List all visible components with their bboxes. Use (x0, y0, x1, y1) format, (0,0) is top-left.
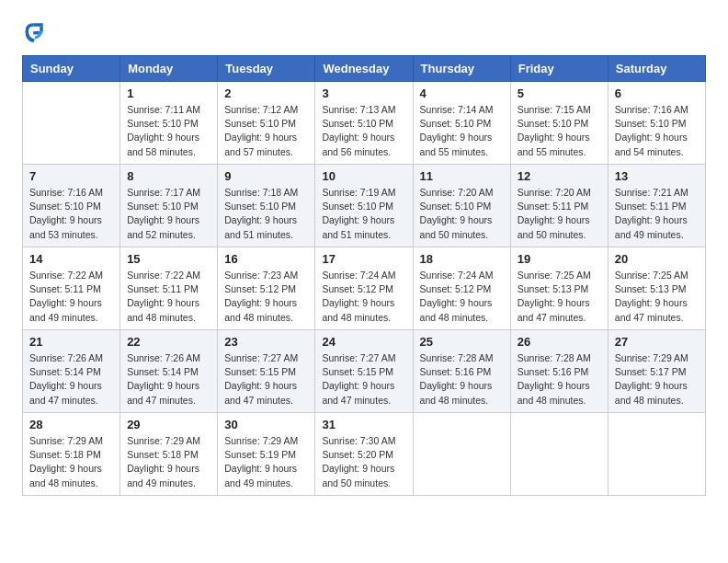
day-number: 28 (29, 418, 113, 431)
calendar-cell: 21Sunrise: 7:26 AMSunset: 5:14 PMDayligh… (23, 330, 120, 413)
calendar-cell: 24Sunrise: 7:27 AMSunset: 5:15 PMDayligh… (315, 330, 413, 413)
day-info: Sunrise: 7:11 AMSunset: 5:10 PMDaylight:… (127, 103, 210, 159)
weekday-row: SundayMondayTuesdayWednesdayThursdayFrid… (23, 56, 706, 82)
calendar-cell: 25Sunrise: 7:28 AMSunset: 5:16 PMDayligh… (413, 330, 510, 413)
calendar-cell: 4Sunrise: 7:14 AMSunset: 5:10 PMDaylight… (413, 82, 510, 165)
day-info: Sunrise: 7:19 AMSunset: 5:10 PMDaylight:… (322, 186, 405, 242)
day-info: Sunrise: 7:25 AMSunset: 5:13 PMDaylight:… (615, 269, 699, 325)
calendar-cell: 7Sunrise: 7:16 AMSunset: 5:10 PMDaylight… (23, 165, 120, 247)
day-info: Sunrise: 7:22 AMSunset: 5:11 PMDaylight:… (127, 269, 210, 325)
day-info: Sunrise: 7:29 AMSunset: 5:19 PMDaylight:… (224, 434, 308, 490)
page-header (22, 18, 706, 44)
calendar-cell: 1Sunrise: 7:11 AMSunset: 5:10 PMDaylight… (120, 82, 218, 165)
day-number: 18 (420, 252, 504, 266)
calendar-table: SundayMondayTuesdayWednesdayThursdayFrid… (22, 55, 706, 496)
day-number: 12 (518, 169, 601, 183)
calendar-cell: 22Sunrise: 7:26 AMSunset: 5:14 PMDayligh… (120, 330, 218, 413)
day-number: 21 (29, 335, 113, 349)
calendar-cell: 6Sunrise: 7:16 AMSunset: 5:10 PMDaylight… (608, 82, 705, 165)
calendar-week-5: 28Sunrise: 7:29 AMSunset: 5:18 PMDayligh… (23, 413, 706, 496)
day-number: 9 (224, 169, 308, 183)
day-info: Sunrise: 7:29 AMSunset: 5:17 PMDaylight:… (615, 351, 699, 408)
calendar-week-2: 7Sunrise: 7:16 AMSunset: 5:10 PMDaylight… (23, 165, 706, 247)
day-number: 25 (420, 335, 504, 349)
day-info: Sunrise: 7:26 AMSunset: 5:14 PMDaylight:… (127, 351, 210, 408)
day-info: Sunrise: 7:13 AMSunset: 5:10 PMDaylight:… (322, 103, 405, 159)
day-number: 11 (420, 169, 504, 183)
calendar-cell: 28Sunrise: 7:29 AMSunset: 5:18 PMDayligh… (23, 413, 120, 496)
day-info: Sunrise: 7:22 AMSunset: 5:11 PMDaylight:… (29, 269, 113, 325)
calendar-cell: 16Sunrise: 7:23 AMSunset: 5:12 PMDayligh… (218, 247, 315, 330)
calendar-cell (510, 413, 608, 496)
calendar-cell (608, 413, 705, 496)
calendar-cell: 11Sunrise: 7:20 AMSunset: 5:10 PMDayligh… (413, 165, 510, 247)
day-info: Sunrise: 7:24 AMSunset: 5:12 PMDaylight:… (420, 269, 504, 325)
day-number: 8 (127, 169, 210, 183)
day-info: Sunrise: 7:15 AMSunset: 5:10 PMDaylight:… (518, 103, 601, 159)
weekday-header-tuesday: Tuesday (218, 56, 315, 82)
day-info: Sunrise: 7:29 AMSunset: 5:18 PMDaylight:… (127, 434, 210, 490)
calendar-week-4: 21Sunrise: 7:26 AMSunset: 5:14 PMDayligh… (23, 330, 706, 413)
calendar-cell: 12Sunrise: 7:20 AMSunset: 5:11 PMDayligh… (510, 165, 608, 247)
day-info: Sunrise: 7:18 AMSunset: 5:10 PMDaylight:… (224, 186, 308, 242)
day-number: 31 (322, 418, 405, 431)
calendar-cell: 13Sunrise: 7:21 AMSunset: 5:11 PMDayligh… (608, 165, 705, 247)
calendar-cell: 8Sunrise: 7:17 AMSunset: 5:10 PMDaylight… (120, 165, 218, 247)
calendar-cell: 15Sunrise: 7:22 AMSunset: 5:11 PMDayligh… (120, 247, 218, 330)
day-number: 15 (127, 252, 210, 266)
weekday-header-friday: Friday (510, 56, 608, 82)
day-number: 27 (615, 335, 699, 349)
calendar-cell: 29Sunrise: 7:29 AMSunset: 5:18 PMDayligh… (120, 413, 218, 496)
calendar-body: 1Sunrise: 7:11 AMSunset: 5:10 PMDaylight… (23, 82, 706, 496)
day-number: 29 (127, 418, 210, 431)
weekday-header-monday: Monday (120, 56, 218, 82)
calendar-cell: 18Sunrise: 7:24 AMSunset: 5:12 PMDayligh… (413, 247, 510, 330)
logo-icon (22, 18, 48, 44)
calendar-cell: 27Sunrise: 7:29 AMSunset: 5:17 PMDayligh… (608, 330, 705, 413)
calendar-cell: 26Sunrise: 7:28 AMSunset: 5:16 PMDayligh… (510, 330, 608, 413)
day-number: 17 (322, 252, 405, 266)
calendar-cell: 14Sunrise: 7:22 AMSunset: 5:11 PMDayligh… (23, 247, 120, 330)
day-info: Sunrise: 7:12 AMSunset: 5:10 PMDaylight:… (224, 103, 308, 159)
day-info: Sunrise: 7:24 AMSunset: 5:12 PMDaylight:… (322, 269, 405, 325)
day-number: 20 (615, 252, 699, 266)
calendar-week-3: 14Sunrise: 7:22 AMSunset: 5:11 PMDayligh… (23, 247, 706, 330)
day-info: Sunrise: 7:16 AMSunset: 5:10 PMDaylight:… (615, 103, 699, 159)
day-number: 24 (322, 335, 405, 349)
day-info: Sunrise: 7:21 AMSunset: 5:11 PMDaylight:… (615, 186, 699, 242)
weekday-header-wednesday: Wednesday (315, 56, 413, 82)
day-number: 14 (29, 252, 113, 266)
day-info: Sunrise: 7:30 AMSunset: 5:20 PMDaylight:… (322, 434, 405, 490)
day-info: Sunrise: 7:29 AMSunset: 5:18 PMDaylight:… (29, 434, 113, 490)
calendar-cell: 23Sunrise: 7:27 AMSunset: 5:15 PMDayligh… (218, 330, 315, 413)
day-number: 22 (127, 335, 210, 349)
day-number: 7 (29, 169, 113, 183)
day-info: Sunrise: 7:28 AMSunset: 5:16 PMDaylight:… (420, 351, 504, 408)
calendar-cell: 30Sunrise: 7:29 AMSunset: 5:19 PMDayligh… (218, 413, 315, 496)
day-info: Sunrise: 7:27 AMSunset: 5:15 PMDaylight:… (322, 351, 405, 408)
calendar-cell: 9Sunrise: 7:18 AMSunset: 5:10 PMDaylight… (218, 165, 315, 247)
day-info: Sunrise: 7:17 AMSunset: 5:10 PMDaylight:… (127, 186, 210, 242)
day-number: 16 (224, 252, 308, 266)
day-info: Sunrise: 7:16 AMSunset: 5:10 PMDaylight:… (29, 186, 113, 242)
day-number: 4 (420, 86, 504, 100)
logo (22, 18, 51, 44)
calendar-cell: 17Sunrise: 7:24 AMSunset: 5:12 PMDayligh… (315, 247, 413, 330)
day-info: Sunrise: 7:20 AMSunset: 5:11 PMDaylight:… (518, 186, 601, 242)
calendar-cell: 5Sunrise: 7:15 AMSunset: 5:10 PMDaylight… (510, 82, 608, 165)
calendar-cell (413, 413, 510, 496)
day-number: 23 (224, 335, 308, 349)
day-number: 10 (322, 169, 405, 183)
day-number: 13 (615, 169, 699, 183)
day-info: Sunrise: 7:23 AMSunset: 5:12 PMDaylight:… (224, 269, 308, 325)
day-number: 26 (518, 335, 601, 349)
calendar-cell: 3Sunrise: 7:13 AMSunset: 5:10 PMDaylight… (315, 82, 413, 165)
weekday-header-sunday: Sunday (23, 56, 120, 82)
calendar-week-1: 1Sunrise: 7:11 AMSunset: 5:10 PMDaylight… (23, 82, 706, 165)
calendar-cell: 2Sunrise: 7:12 AMSunset: 5:10 PMDaylight… (218, 82, 315, 165)
calendar-cell: 19Sunrise: 7:25 AMSunset: 5:13 PMDayligh… (510, 247, 608, 330)
calendar-cell: 20Sunrise: 7:25 AMSunset: 5:13 PMDayligh… (608, 247, 705, 330)
day-number: 19 (518, 252, 601, 266)
day-number: 3 (322, 86, 405, 100)
day-number: 6 (615, 86, 699, 100)
